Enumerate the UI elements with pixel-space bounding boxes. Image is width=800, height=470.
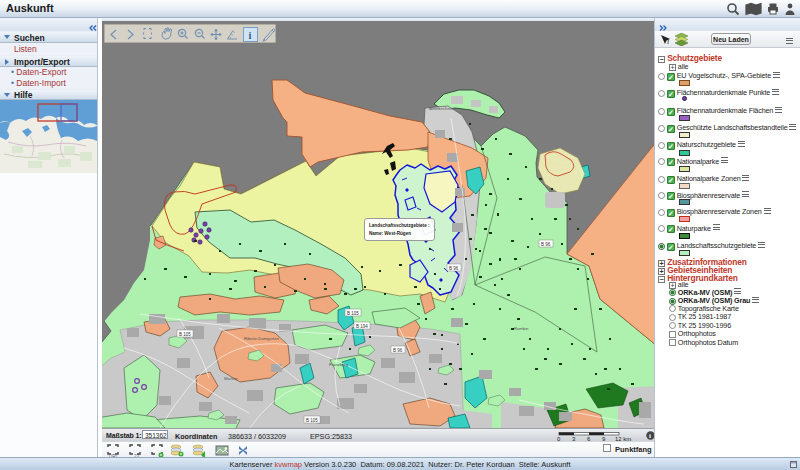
svg-text:B 96: B 96 <box>541 242 551 247</box>
svg-text:i: i <box>249 30 252 41</box>
svg-text:B 194: B 194 <box>356 324 368 329</box>
svg-text:i: i <box>667 37 669 45</box>
svg-text:B 105: B 105 <box>306 418 318 423</box>
svg-text:Ribnitz-Damgarten: Ribnitz-Damgarten <box>244 336 280 341</box>
svg-text:Marlow: Marlow <box>224 376 238 381</box>
svg-text:B 96: B 96 <box>393 348 403 353</box>
svg-text:Altenkirchen: Altenkirchen <box>429 106 453 111</box>
svg-text:B 105: B 105 <box>347 311 359 316</box>
svg-text:i: i <box>649 432 651 440</box>
svg-text:Rambin: Rambin <box>514 326 529 331</box>
svg-text:Franzburg: Franzburg <box>329 362 349 367</box>
svg-text:B 105: B 105 <box>179 332 191 337</box>
svg-text:B 96: B 96 <box>449 266 459 271</box>
